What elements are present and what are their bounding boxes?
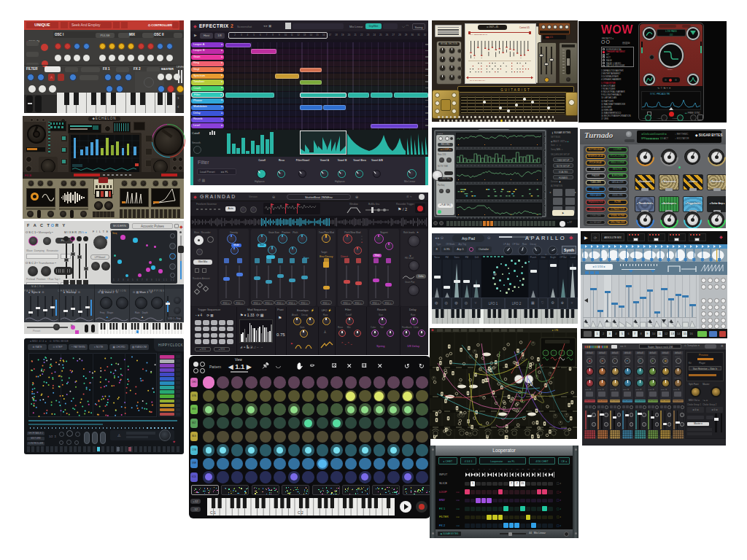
svg-text:C 2: C 2 (298, 510, 303, 515)
svg-text:C 1: C 1 (210, 510, 216, 515)
